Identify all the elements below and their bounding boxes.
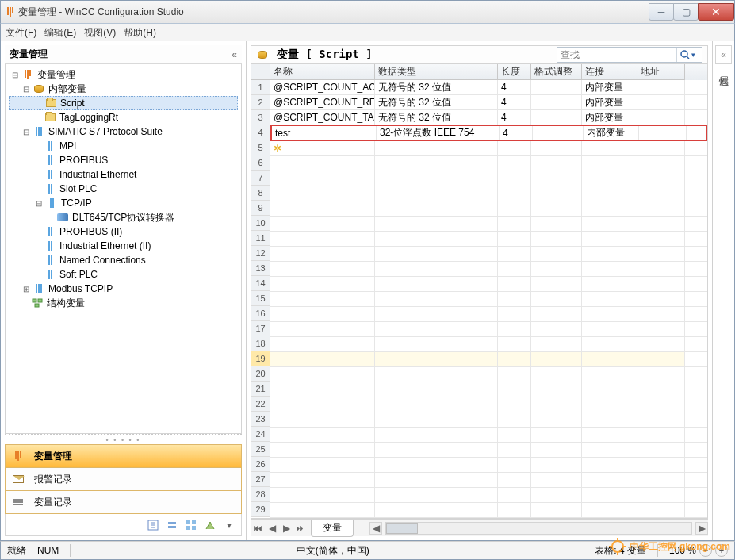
table-row[interactable] — [270, 322, 707, 337]
grid-cell[interactable] — [531, 232, 582, 246]
grid-cell[interactable] — [375, 488, 498, 502]
grid-cell[interactable] — [637, 141, 685, 155]
grid-cell[interactable] — [582, 352, 637, 366]
grid-cell[interactable] — [375, 322, 498, 336]
grid-cell[interactable] — [375, 337, 498, 351]
grid-cell[interactable] — [498, 322, 531, 336]
grid-cell[interactable] — [498, 458, 531, 472]
grid-cell[interactable] — [637, 352, 685, 366]
tree-dlt645[interactable]: DLT645/TCP协议转换器 — [9, 210, 238, 224]
grid-cell[interactable] — [637, 337, 685, 351]
tree-named-conn[interactable]: Named Connections — [9, 253, 238, 267]
grid-cell[interactable] — [582, 292, 637, 306]
grid-cell[interactable] — [531, 156, 582, 171]
grid-cell[interactable]: 无符号的 32 位值 — [375, 80, 498, 94]
grid-cell[interactable] — [582, 428, 637, 442]
grid-cell[interactable] — [637, 156, 685, 171]
grid-cell[interactable] — [498, 232, 531, 246]
grid-cell[interactable] — [637, 80, 685, 94]
grid-cell[interactable] — [582, 201, 637, 216]
grid-cell[interactable] — [498, 307, 531, 321]
grid-cell[interactable]: 32-位浮点数 IEEE 754 — [377, 126, 500, 140]
row-header[interactable]: 3 — [251, 110, 270, 125]
grid-cell[interactable] — [637, 428, 685, 442]
table-row[interactable] — [270, 247, 707, 262]
table-row[interactable] — [270, 337, 707, 352]
grid-cell[interactable] — [582, 337, 637, 351]
table-row[interactable] — [270, 458, 707, 473]
grid-cell[interactable] — [270, 171, 375, 186]
row-header[interactable]: 8 — [251, 186, 270, 201]
grid-cell[interactable] — [637, 110, 685, 125]
tree-profibus2[interactable]: PROFIBUS (II) — [9, 224, 238, 239]
grid-cell[interactable] — [531, 352, 582, 366]
maximize-button[interactable]: ▢ — [673, 3, 699, 21]
expand-icon[interactable]: ⊟ — [21, 84, 31, 94]
table-row[interactable]: @SCRIPT_COUNT_TAG无符号的 32 位值4内部变量 — [270, 110, 707, 125]
row-header[interactable]: 4 — [251, 125, 270, 140]
table-row[interactable] — [270, 397, 707, 412]
expand-icon[interactable]: ⊟ — [21, 127, 31, 136]
grid-cell[interactable] — [582, 141, 637, 155]
grid-cell[interactable] — [637, 292, 685, 306]
grid-cell[interactable] — [531, 397, 582, 412]
table-row[interactable] — [270, 367, 707, 382]
zoom-in-button[interactable]: + — [715, 544, 728, 557]
grid-cell[interactable] — [270, 488, 375, 502]
tree-simatic[interactable]: ⊟ SIMATIC S7 Protocol Suite — [9, 125, 238, 139]
tree-internal-vars[interactable]: ⊟ 内部变量 — [9, 82, 238, 96]
grid-cell[interactable] — [531, 458, 582, 472]
grid-cell[interactable] — [637, 367, 685, 382]
row-header[interactable]: 1 — [251, 80, 270, 95]
grid-cell[interactable] — [637, 171, 685, 186]
row-header[interactable]: 10 — [251, 216, 270, 231]
nav-shortcut-3[interactable] — [184, 518, 198, 532]
grid-cell[interactable] — [270, 156, 375, 171]
row-header[interactable]: 25 — [251, 442, 270, 457]
tab-nav-first[interactable]: ⏮ — [251, 521, 265, 535]
grid-cell[interactable] — [637, 247, 685, 261]
grid-cell[interactable] — [270, 503, 375, 517]
search-input[interactable] — [557, 49, 676, 60]
grid-cell[interactable] — [375, 156, 498, 171]
scroll-right[interactable]: ▶ — [695, 522, 708, 535]
scroll-left[interactable]: ◀ — [369, 522, 382, 535]
grid-cell[interactable] — [531, 322, 582, 336]
nav-shortcut-2[interactable] — [165, 518, 179, 532]
grid-cell[interactable] — [637, 277, 685, 291]
row-header[interactable]: 11 — [251, 231, 270, 246]
add-row-icon[interactable]: ✲ — [270, 141, 375, 155]
tab-nav-next[interactable]: ▶ — [279, 521, 293, 535]
menu-view[interactable]: 视图(V) — [84, 26, 116, 40]
menu-edit[interactable]: 编辑(E) — [44, 26, 76, 40]
grid-cell[interactable] — [531, 473, 582, 487]
row-header[interactable]: 26 — [251, 457, 270, 472]
grid-cell[interactable] — [498, 247, 531, 261]
col-connection[interactable]: 连接 — [582, 64, 637, 80]
grid-cell[interactable] — [270, 473, 375, 487]
tree-root[interactable]: ⊟ 变量管理 — [9, 67, 238, 82]
menu-help[interactable]: 帮助(H) — [124, 26, 156, 40]
minimize-button[interactable]: ─ — [649, 3, 674, 21]
row-header[interactable]: 23 — [251, 412, 270, 427]
nav-var-log[interactable]: 变量记录 — [5, 490, 242, 514]
grid-cell[interactable] — [637, 473, 685, 487]
table-row[interactable]: ✲ — [270, 141, 707, 156]
grid-cell[interactable] — [637, 458, 685, 472]
expand-right-button[interactable]: « — [715, 45, 732, 64]
row-header[interactable]: 19 — [251, 351, 270, 366]
table-row[interactable]: test32-位浮点数 IEEE 7544内部变量 — [270, 125, 707, 141]
data-grid[interactable]: 1234567891011121314151617181920212223242… — [251, 64, 708, 519]
nav-var-mgmt[interactable]: 变量管理 — [5, 444, 242, 468]
col-length[interactable]: 长度 — [498, 64, 531, 80]
row-header[interactable]: 6 — [251, 155, 270, 171]
grid-cell[interactable]: test — [272, 126, 377, 140]
grid-cell[interactable] — [375, 458, 498, 472]
zoom-control[interactable]: 100 % − + — [669, 544, 728, 557]
scroll-track[interactable] — [385, 522, 692, 535]
grid-cell[interactable] — [582, 503, 637, 517]
grid-cell[interactable] — [531, 171, 582, 186]
grid-cell[interactable] — [270, 428, 375, 442]
grid-cell[interactable] — [582, 412, 637, 427]
grid-cell[interactable] — [582, 171, 637, 186]
